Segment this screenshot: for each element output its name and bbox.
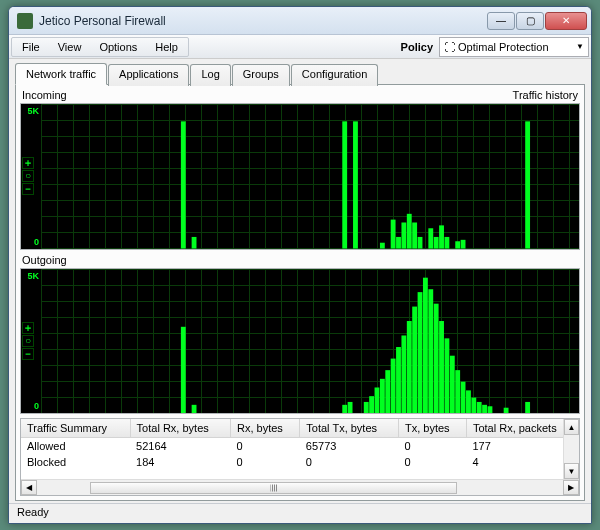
svg-rect-10	[418, 237, 423, 249]
svg-rect-17	[525, 121, 530, 248]
zoom-reset-icon[interactable]: ○	[22, 335, 34, 347]
outgoing-chart: 5K ＋ ○ － 0	[20, 268, 580, 415]
svg-rect-13	[439, 225, 444, 248]
scroll-thumb[interactable]	[90, 482, 457, 494]
zoom-out-icon[interactable]: －	[22, 348, 34, 360]
menubar: File View Options Help Policy ⛶ Optimal …	[9, 35, 591, 59]
menu-help[interactable]: Help	[146, 39, 187, 55]
zoom-in-icon[interactable]: ＋	[22, 157, 34, 169]
menu-view[interactable]: View	[49, 39, 91, 55]
tab-groups[interactable]: Groups	[232, 64, 290, 86]
svg-rect-22	[364, 401, 369, 413]
svg-rect-45	[488, 406, 493, 413]
col-total-rx[interactable]: Total Rx, bytes	[130, 419, 230, 438]
svg-rect-12	[434, 237, 439, 249]
svg-rect-0	[181, 121, 186, 248]
chevron-down-icon: ▼	[576, 42, 584, 51]
menu-options[interactable]: Options	[90, 39, 146, 55]
policy-select[interactable]: ⛶ Optimal Protection ▼	[439, 37, 589, 57]
svg-rect-34	[428, 289, 433, 413]
axis-max: 5K	[23, 271, 39, 281]
col-total-tx[interactable]: Total Tx, bytes	[300, 419, 399, 438]
svg-rect-6	[396, 237, 401, 249]
svg-rect-36	[439, 321, 444, 413]
svg-rect-4	[380, 243, 385, 249]
vertical-scrollbar[interactable]: ▲ ▼	[563, 419, 579, 479]
axis-max: 5K	[23, 106, 39, 116]
scroll-up-icon[interactable]: ▲	[564, 419, 579, 435]
svg-rect-39	[455, 370, 460, 413]
col-rx[interactable]: Rx, bytes	[230, 419, 299, 438]
svg-rect-44	[482, 404, 487, 413]
minimize-button[interactable]: —	[487, 12, 515, 30]
svg-rect-24	[375, 387, 380, 413]
svg-rect-20	[342, 404, 347, 413]
cell-value: 52164	[130, 438, 230, 455]
table-row[interactable]: Blocked 184 0 0 0 4	[21, 454, 563, 470]
zoom-out-icon[interactable]: －	[22, 183, 34, 195]
cell-value: 0	[230, 454, 299, 470]
svg-rect-32	[418, 292, 423, 413]
tabs: Network traffic Applications Log Groups …	[15, 63, 585, 85]
policy-icon: ⛶	[444, 41, 455, 53]
tab-applications[interactable]: Applications	[108, 64, 189, 86]
axis-min: 0	[23, 401, 39, 411]
svg-rect-23	[369, 396, 374, 413]
cell-value: 0	[399, 454, 467, 470]
svg-rect-25	[380, 378, 385, 413]
window-title: Jetico Personal Firewall	[39, 14, 487, 28]
svg-rect-7	[401, 222, 406, 248]
zoom-in-icon[interactable]: ＋	[22, 322, 34, 334]
zoom-reset-icon[interactable]: ○	[22, 170, 34, 182]
svg-rect-26	[385, 370, 390, 413]
svg-rect-47	[525, 401, 530, 413]
titlebar[interactable]: Jetico Personal Firewall — ▢ ✕	[9, 7, 591, 35]
scroll-left-icon[interactable]: ◀	[21, 480, 37, 495]
cell-value: 0	[300, 454, 399, 470]
svg-rect-1	[192, 237, 197, 249]
close-button[interactable]: ✕	[545, 12, 587, 30]
svg-rect-41	[466, 390, 471, 413]
svg-rect-29	[401, 335, 406, 413]
svg-rect-28	[396, 347, 401, 413]
policy-label: Policy	[397, 41, 437, 53]
svg-rect-38	[450, 355, 455, 413]
svg-rect-18	[181, 326, 186, 413]
incoming-label: Incoming	[22, 89, 67, 101]
traffic-summary: Traffic Summary Total Rx, bytes Rx, byte…	[20, 418, 580, 496]
scroll-down-icon[interactable]: ▼	[564, 463, 579, 479]
scroll-right-icon[interactable]: ▶	[563, 480, 579, 495]
tab-configuration[interactable]: Configuration	[291, 64, 378, 86]
table-row[interactable]: Allowed 52164 0 65773 0 177	[21, 438, 563, 455]
svg-rect-5	[391, 220, 396, 249]
app-icon	[17, 13, 33, 29]
outgoing-label: Outgoing	[22, 254, 67, 266]
svg-rect-35	[434, 303, 439, 413]
cell-value: 177	[466, 438, 563, 455]
svg-rect-19	[192, 404, 197, 413]
horizontal-scrollbar[interactable]: ◀ ▶	[21, 479, 579, 495]
svg-rect-40	[461, 381, 466, 413]
col-tx[interactable]: Tx, bytes	[399, 419, 467, 438]
svg-rect-14	[445, 237, 450, 249]
col-total-rx-packets[interactable]: Total Rx, packets	[466, 419, 563, 438]
tab-body: Incoming Traffic history 5K ＋ ○ － 0 Outg…	[15, 84, 585, 501]
svg-rect-21	[348, 401, 353, 413]
menu-file[interactable]: File	[13, 39, 49, 55]
outgoing-bars	[41, 269, 579, 414]
col-summary[interactable]: Traffic Summary	[21, 419, 130, 438]
cell-value: 184	[130, 454, 230, 470]
app-window: Jetico Personal Firewall — ▢ ✕ File View…	[8, 6, 592, 524]
svg-rect-46	[504, 407, 509, 413]
cell-value: 0	[399, 438, 467, 455]
svg-rect-11	[428, 228, 433, 248]
maximize-button[interactable]: ▢	[516, 12, 544, 30]
svg-rect-27	[391, 358, 396, 413]
svg-rect-30	[407, 321, 412, 413]
tab-network-traffic[interactable]: Network traffic	[15, 63, 107, 85]
svg-rect-37	[445, 338, 450, 413]
traffic-history-label: Traffic history	[513, 89, 578, 101]
tab-log[interactable]: Log	[190, 64, 230, 86]
svg-rect-9	[412, 222, 417, 248]
axis-min: 0	[23, 237, 39, 247]
